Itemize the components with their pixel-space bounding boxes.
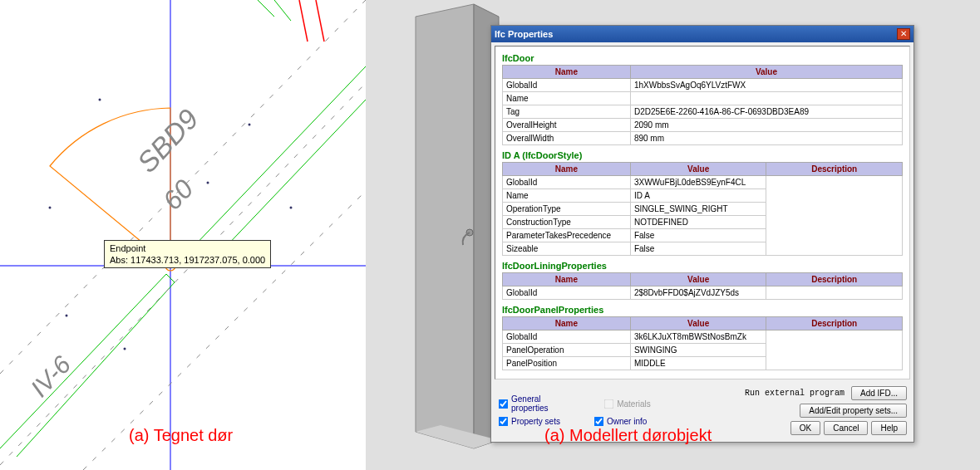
table-row: Name [503,92,903,105]
section-ifcdoorlining-title: IfcDoorLiningProperties [502,261,903,271]
table-row: OverallHeight2090 mm [503,119,903,132]
table-row: TagD2D25E6E-2260-416A-86-CF-0693DBD3EA89 [503,105,903,119]
caption-left: (a) Tegnet dør [129,426,233,445]
section-ifcdoorstyle-title: ID A (IfcDoorStyle) [502,150,903,160]
svg-line-2 [299,0,308,42]
cad-label-sbd9: SBD9 [131,103,204,179]
ifcdoorlining-table: Name Value Description GlobalId2$8DvbFFD… [502,272,903,300]
close-icon[interactable]: ✕ [897,28,910,40]
cancel-button[interactable]: Cancel [824,421,868,435]
ok-button[interactable]: OK [790,421,820,435]
table-row: GlobalId1hXWbbsSvAgOq6YLVztFWX [503,79,903,92]
cad-label-iv6: IV-6 [25,350,76,402]
table-row: GlobalId3k6LKJuXT8mBWStNosBmZk [503,330,903,344]
section-ifcdoorpanel-title: IfcDoorPanelProperties [502,305,903,315]
svg-line-3 [316,0,324,42]
ifcdoor-table: Name Value GlobalId1hXWbbsSvAgOq6YLVztFW… [502,65,903,145]
table-row: GlobalId2$8DvbFFD0$AjZVdJZY5ds [503,286,903,300]
chk-materials[interactable]: Materials [603,394,651,413]
chk-general-properties[interactable]: General properties [498,394,570,413]
help-button[interactable]: Help [871,421,907,435]
table-row: OverallWidth890 mm [503,132,903,145]
tooltip-coords: Abs: 117433.713, 1917237.075, 0.000 [110,254,265,266]
svg-point-12 [290,207,293,209]
svg-point-14 [49,207,52,209]
section-ifcdoor-title: IfcDoor [502,53,903,63]
svg-point-9 [124,348,126,350]
cad-label-60: 60 [157,174,199,216]
dialog-titlebar[interactable]: Ifc Properties ✕ [491,26,914,42]
caption-right: (a) Modellert dørobjekt [544,426,712,445]
table-row: GlobalId3XWWuFBjL0deBS9EynF4CL [503,176,903,189]
add-ifd-button[interactable]: Add IFD... [851,386,907,400]
cad-svg: SBD9 60 IV-6 [0,0,366,470]
cad-drawing-panel: SBD9 60 IV-6 Endpoint Abs: 117433.713, 1… [0,0,366,470]
ifcdoorstyle-table: Name Value Description GlobalId3XWWuFBjL… [502,162,903,256]
svg-point-8 [66,315,68,317]
run-external-label: Run external program [745,389,845,398]
cad-tooltip: Endpoint Abs: 117433.713, 1917237.075, 0… [104,240,271,268]
add-edit-property-button[interactable]: Add/Edit property sets... [800,404,907,418]
model-panel: Ifc Properties ✕ IfcDoor Name Value Glob… [366,0,980,470]
tooltip-title: Endpoint [110,242,265,254]
dialog-title: Ifc Properties [495,29,553,39]
svg-point-13 [99,99,101,101]
svg-point-10 [207,182,209,184]
ifc-properties-dialog: Ifc Properties ✕ IfcDoor Name Value Glob… [490,25,914,443]
svg-marker-15 [416,4,474,448]
svg-point-11 [249,124,251,126]
ifcdoorpanel-table: Name Value Description GlobalId3k6LKJuXT… [502,316,903,370]
dialog-body: IfcDoor Name Value GlobalId1hXWbbsSvAgOq… [495,46,910,379]
